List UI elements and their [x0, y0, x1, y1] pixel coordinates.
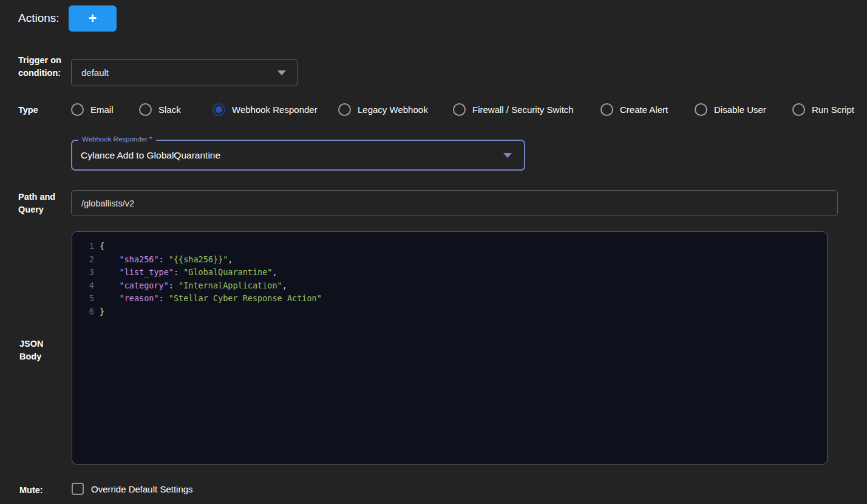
mute-label: Mute: [19, 484, 43, 497]
radio-option-label: Create Alert [620, 104, 668, 115]
line-number: 5 [72, 292, 94, 305]
code-line: 6} [72, 305, 827, 319]
override-default-settings-checkbox-row[interactable]: Override Default Settings [72, 483, 193, 495]
radio-unselected-icon [600, 103, 613, 116]
plus-icon: + [89, 12, 97, 26]
radio-unselected-icon [792, 103, 805, 116]
type-radio-option[interactable]: Webhook Responder [212, 101, 318, 117]
radio-option-label: Slack [158, 104, 181, 115]
webhook-responder-select[interactable]: Webhook Responder * Cylance Add to Globa… [71, 140, 525, 171]
override-default-settings-label: Override Default Settings [91, 484, 193, 494]
radio-option-label: Webhook Responder [232, 104, 318, 115]
line-number: 4 [72, 279, 94, 293]
add-action-button[interactable]: + [69, 5, 117, 32]
line-number: 6 [72, 305, 94, 319]
radio-unselected-icon [453, 103, 466, 116]
path-query-input[interactable] [71, 190, 838, 216]
trigger-condition-label: Trigger on condition: [18, 54, 68, 80]
required-asterisk: * [148, 135, 152, 143]
actions-label: Actions: [18, 12, 59, 25]
type-radio-option[interactable]: Firewall / Security Switch [453, 101, 574, 117]
webhook-responder-value: Cylance Add to GlobalQuarantine [81, 150, 503, 161]
type-radio-option[interactable]: Legacy Webhook [338, 101, 428, 117]
line-number: 3 [72, 266, 94, 279]
radio-unselected-icon [338, 103, 351, 116]
line-number: 2 [72, 253, 94, 267]
type-radio-option[interactable]: Create Alert [600, 101, 668, 117]
radio-option-label: Legacy Webhook [358, 104, 428, 115]
radio-unselected-icon [71, 103, 84, 116]
trigger-condition-value: default [81, 67, 277, 78]
type-radio-option[interactable]: Run Script [792, 101, 854, 117]
code-line: 2 "sha256": "{{sha256}}", [72, 253, 827, 267]
json-body-editor[interactable]: 1{2 "sha256": "{{sha256}}",3 "list_type"… [72, 231, 828, 465]
json-body-label: JSON Body [19, 338, 56, 363]
code-line: 3 "list_type": "GlobalQuarantine", [72, 266, 827, 279]
radio-option-label: Email [90, 104, 114, 115]
code-line: 4 "category": "InternalApplication", [72, 279, 827, 293]
radio-option-label: Disable User [714, 104, 766, 115]
chevron-down-icon [277, 70, 286, 75]
radio-option-label: Run Script [812, 104, 854, 115]
type-radio-option[interactable]: Slack [139, 101, 181, 117]
radio-unselected-icon [139, 103, 152, 116]
path-query-label: Path and Query [18, 191, 67, 216]
line-number: 1 [72, 240, 94, 253]
code-line: 1{ [72, 240, 827, 253]
webhook-responder-field-label: Webhook Responder * [78, 135, 156, 143]
type-radio-option[interactable]: Email [71, 101, 114, 117]
radio-selected-icon [212, 103, 225, 116]
chevron-down-icon [503, 153, 512, 158]
type-radio-option[interactable]: Disable User [695, 101, 766, 117]
trigger-condition-select[interactable]: default [71, 59, 298, 86]
override-default-settings-checkbox[interactable] [72, 483, 84, 495]
radio-unselected-icon [695, 103, 707, 116]
radio-option-label: Firewall / Security Switch [472, 104, 574, 115]
type-radio-group: EmailSlackWebhook ResponderLegacy Webhoo… [0, 101, 867, 118]
code-line: 5 "reason": "Stellar Cyber Response Acti… [72, 292, 827, 305]
